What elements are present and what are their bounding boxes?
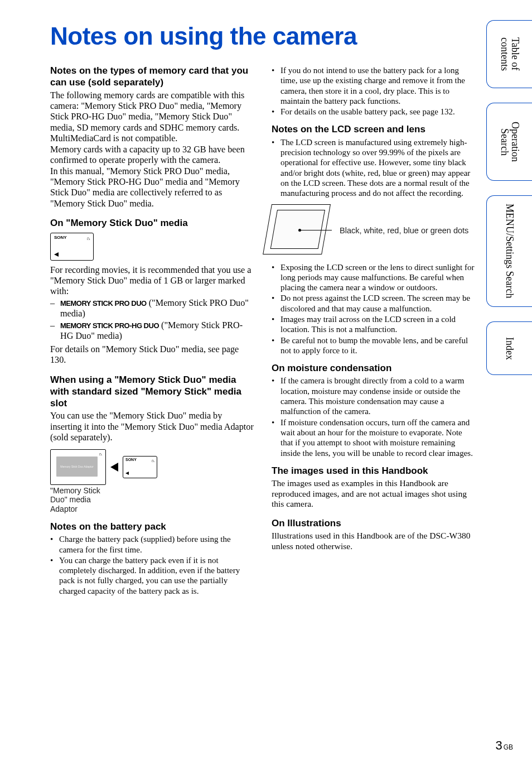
adaptor-caption: "Memory Stick Duo" media Adaptor bbox=[50, 486, 112, 514]
list-item: •If you do not intend to use the battery… bbox=[272, 65, 476, 106]
subhead-memory-stick-duo: On "Memory Stick Duo" media bbox=[50, 217, 255, 229]
list-text: MEMORY STICK PRO DUO ("Memory Stick PRO … bbox=[60, 298, 255, 320]
bullet-marker: • bbox=[272, 417, 277, 458]
tab-table-of-contents[interactable]: Table of contents bbox=[486, 20, 532, 88]
subhead-illustrations: On Illustrations bbox=[272, 517, 476, 529]
card-arrow-icon bbox=[125, 472, 129, 475]
dash-marker: – bbox=[50, 320, 57, 342]
list-item: •Do not press against the LCD screen. Th… bbox=[272, 293, 476, 314]
card-notch-icon: ⏢ bbox=[99, 451, 102, 457]
list-item: – MEMORY STICK PRO DUO ("Memory Stick PR… bbox=[50, 298, 255, 320]
list-text: The LCD screen is manufactured using ext… bbox=[280, 137, 476, 199]
card-notch-icon: ⏢ bbox=[152, 458, 154, 464]
tab-label: Operation Search bbox=[499, 109, 521, 175]
bullet-marker: • bbox=[272, 314, 277, 335]
list-text: Exposing the LCD screen or the lens to d… bbox=[280, 262, 476, 293]
memory-stick-small-illustration: SONY ⏢ bbox=[123, 456, 157, 478]
list-text: For details on the usable battery pack, … bbox=[280, 107, 476, 117]
bullet-marker: • bbox=[272, 137, 277, 199]
dash-marker: – bbox=[50, 298, 57, 320]
right-column: •If you do not intend to use the battery… bbox=[272, 65, 476, 596]
list-text: MEMORY STICK PRO-HG DUO ("Memory Stick P… bbox=[60, 320, 255, 342]
page-title: Notes on using the camera bbox=[50, 22, 476, 50]
body-text: Memory cards with a capacity up to 32 GB… bbox=[50, 145, 255, 166]
lcd-panel-illustration bbox=[272, 204, 334, 258]
bullet-marker: • bbox=[272, 262, 277, 293]
insert-arrow-icon bbox=[110, 463, 118, 472]
tab-label: Index bbox=[504, 337, 515, 360]
memory-stick-pro-duo-logo: MEMORY STICK PRO DUO bbox=[60, 299, 147, 307]
subhead-handbook-images: The images used in this Handbook bbox=[272, 465, 476, 477]
list-item: •Exposing the LCD screen or the lens to … bbox=[272, 262, 476, 293]
list-text: You can charge the battery pack even if … bbox=[59, 555, 255, 596]
list-item: •You can charge the battery pack even if… bbox=[50, 555, 255, 596]
leader-line bbox=[301, 230, 332, 230]
list-text: Do not press against the LCD screen. The… bbox=[280, 293, 476, 314]
list-item: •Charge the battery pack (supplied) befo… bbox=[50, 534, 255, 555]
page-content: Notes on using the camera Notes on the t… bbox=[0, 0, 476, 764]
tab-operation-search[interactable]: Operation Search bbox=[486, 103, 532, 181]
list-item: •The LCD screen is manufactured using ex… bbox=[272, 137, 476, 199]
bullet-list: •Exposing the LCD screen or the lens to … bbox=[272, 262, 476, 356]
subhead-adaptor: When using a "Memory Stick Duo" media wi… bbox=[50, 374, 255, 410]
list-text: If moisture condensation occurs, turn of… bbox=[280, 417, 476, 458]
list-text: Be careful not to bump the movable lens,… bbox=[280, 335, 476, 356]
list-item: •If the camera is brought directly from … bbox=[272, 376, 476, 416]
sony-brand-label: SONY bbox=[54, 235, 67, 241]
side-tabs: Table of contents Operation Search MENU/… bbox=[477, 20, 532, 375]
lcd-caption: Black, white, red, blue or green dots bbox=[340, 225, 468, 236]
bullet-marker: • bbox=[272, 293, 277, 314]
subhead-lcd-lens: Notes on the LCD screen and lens bbox=[272, 123, 476, 135]
card-notch-icon: ⏢ bbox=[87, 236, 90, 242]
card-arrow-icon bbox=[54, 252, 59, 257]
bullet-marker: • bbox=[50, 555, 56, 596]
page-number: 3GB bbox=[495, 738, 513, 753]
bullet-marker: • bbox=[272, 376, 277, 416]
list-text: Charge the battery pack (supplied) befor… bbox=[59, 534, 255, 555]
tab-menu-settings-search[interactable]: MENU/Settings Search bbox=[486, 195, 532, 307]
body-text: You can use the "Memory Stick Duo" media… bbox=[50, 411, 255, 443]
list-text: If you do not intend to use the battery … bbox=[280, 65, 476, 106]
body-text: In this manual, "Memory Stick PRO Duo" m… bbox=[50, 166, 255, 210]
bullet-marker: • bbox=[272, 65, 277, 106]
bullet-list: •Charge the battery pack (supplied) befo… bbox=[50, 534, 255, 596]
body-text: The images used as examples in this Hand… bbox=[272, 478, 476, 510]
body-text: For recording movies, it is recommended … bbox=[50, 265, 255, 297]
subhead-battery-pack: Notes on the battery pack bbox=[50, 521, 255, 532]
tab-index[interactable]: Index bbox=[486, 321, 532, 375]
bullet-marker: • bbox=[272, 107, 277, 117]
tab-label: Table of contents bbox=[499, 26, 521, 82]
list-item: •If moisture condensation occurs, turn o… bbox=[272, 417, 476, 458]
two-column-layout: Notes on the types of memory card that y… bbox=[50, 65, 476, 596]
subhead-memory-card-types: Notes on the types of memory card that y… bbox=[50, 65, 255, 89]
adaptor-illustration: Memory Stick Duo Adaptor ⏢ SONY ⏢ bbox=[50, 449, 255, 485]
adaptor-slot: Memory Stick Duo Adaptor bbox=[56, 457, 98, 477]
dash-list: – MEMORY STICK PRO DUO ("Memory Stick PR… bbox=[50, 298, 255, 342]
sony-brand-label: SONY bbox=[125, 458, 137, 462]
bullet-list: •The LCD screen is manufactured using ex… bbox=[272, 137, 476, 199]
tab-label: MENU/Settings Search bbox=[504, 204, 515, 298]
list-item: •For details on the usable battery pack,… bbox=[272, 107, 476, 117]
bullet-marker: • bbox=[50, 534, 56, 555]
page-number-value: 3 bbox=[495, 738, 502, 753]
page-number-suffix: GB bbox=[504, 743, 513, 751]
body-text: The following memory cards are compatibl… bbox=[50, 90, 255, 145]
list-text: Images may trail across on the LCD scree… bbox=[280, 314, 476, 335]
lcd-dots-diagram: Black, white, red, blue or green dots bbox=[272, 204, 476, 258]
bullet-list: •If you do not intend to use the battery… bbox=[272, 65, 476, 117]
body-text: Illustrations used in this Handbook are … bbox=[272, 531, 476, 551]
bullet-marker: • bbox=[272, 335, 277, 356]
list-item: •Images may trail across on the LCD scre… bbox=[272, 314, 476, 335]
memory-stick-pro-hg-duo-logo: MEMORY STICK PRO-HG DUO bbox=[60, 321, 159, 330]
memory-stick-card-illustration: SONY ⏢ bbox=[50, 233, 94, 261]
bullet-list: •If the camera is brought directly from … bbox=[272, 376, 476, 458]
body-text: For details on "Memory Stick Duo" media,… bbox=[50, 344, 255, 366]
list-text: If the camera is brought directly from a… bbox=[280, 376, 476, 416]
subhead-moisture: On moisture condensation bbox=[272, 362, 476, 374]
list-item: – MEMORY STICK PRO-HG DUO ("Memory Stick… bbox=[50, 320, 255, 342]
adaptor-body: Memory Stick Duo Adaptor ⏢ bbox=[50, 449, 106, 485]
left-column: Notes on the types of memory card that y… bbox=[50, 65, 255, 596]
list-item: •Be careful not to bump the movable lens… bbox=[272, 335, 476, 356]
